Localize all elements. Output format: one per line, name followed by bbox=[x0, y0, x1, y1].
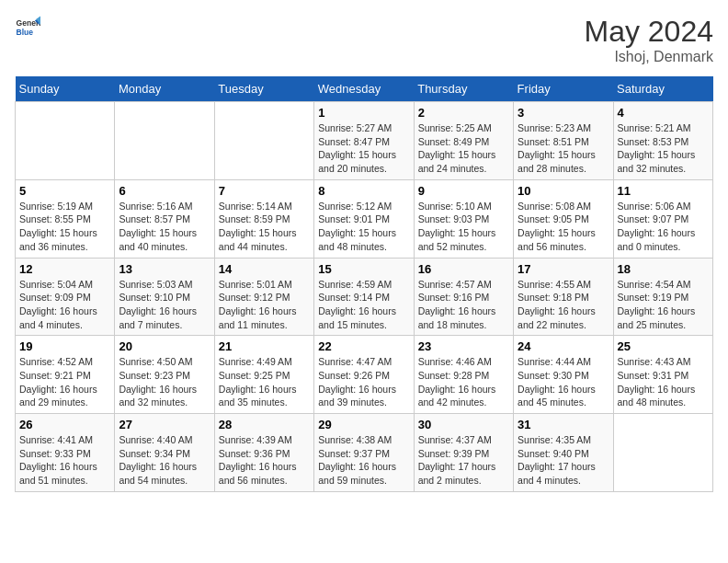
cell-content: Sunrise: 5:25 AM Sunset: 8:49 PM Dayligh… bbox=[418, 121, 509, 176]
cell-content: Sunrise: 4:57 AM Sunset: 9:16 PM Dayligh… bbox=[418, 278, 509, 332]
calendar-cell bbox=[115, 102, 214, 180]
calendar-cell: 28Sunrise: 4:39 AM Sunset: 9:36 PM Dayli… bbox=[214, 414, 313, 492]
calendar-cell bbox=[16, 102, 115, 180]
day-number: 14 bbox=[219, 262, 310, 276]
calendar-cell: 25Sunrise: 4:43 AM Sunset: 9:31 PM Dayli… bbox=[613, 336, 712, 414]
cell-content: Sunrise: 4:47 AM Sunset: 9:26 PM Dayligh… bbox=[318, 355, 409, 409]
cell-content: Sunrise: 5:23 AM Sunset: 8:51 PM Dayligh… bbox=[518, 121, 609, 176]
calendar-cell: 26Sunrise: 4:41 AM Sunset: 9:33 PM Dayli… bbox=[16, 414, 115, 492]
calendar-cell: 11Sunrise: 5:06 AM Sunset: 9:07 PM Dayli… bbox=[613, 179, 712, 258]
cell-content: Sunrise: 4:40 AM Sunset: 9:34 PM Dayligh… bbox=[119, 433, 210, 488]
location-subtitle: Ishoj, Denmark bbox=[584, 49, 713, 65]
header-saturday: Saturday bbox=[613, 76, 712, 102]
calendar-cell: 29Sunrise: 4:38 AM Sunset: 9:37 PM Dayli… bbox=[314, 414, 414, 492]
day-number: 16 bbox=[418, 262, 509, 276]
day-number: 21 bbox=[219, 339, 310, 353]
cell-content: Sunrise: 5:01 AM Sunset: 9:12 PM Dayligh… bbox=[219, 278, 310, 332]
calendar-cell: 14Sunrise: 5:01 AM Sunset: 9:12 PM Dayli… bbox=[214, 258, 313, 336]
day-number: 6 bbox=[119, 184, 210, 198]
calendar-cell: 12Sunrise: 5:04 AM Sunset: 9:09 PM Dayli… bbox=[16, 258, 115, 336]
week-row-5: 26Sunrise: 4:41 AM Sunset: 9:33 PM Dayli… bbox=[16, 414, 713, 492]
cell-content: Sunrise: 5:06 AM Sunset: 9:07 PM Dayligh… bbox=[618, 200, 709, 254]
header-sunday: Sunday bbox=[16, 76, 115, 102]
day-number: 8 bbox=[318, 184, 409, 198]
cell-content: Sunrise: 5:12 AM Sunset: 9:01 PM Dayligh… bbox=[318, 200, 409, 254]
cell-content: Sunrise: 4:55 AM Sunset: 9:18 PM Dayligh… bbox=[518, 278, 609, 332]
calendar-cell: 20Sunrise: 4:50 AM Sunset: 9:23 PM Dayli… bbox=[115, 336, 214, 414]
calendar-cell: 5Sunrise: 5:19 AM Sunset: 8:55 PM Daylig… bbox=[16, 179, 115, 258]
day-number: 12 bbox=[19, 262, 110, 276]
cell-content: Sunrise: 4:46 AM Sunset: 9:28 PM Dayligh… bbox=[418, 355, 509, 409]
calendar-cell: 1Sunrise: 5:27 AM Sunset: 8:47 PM Daylig… bbox=[314, 102, 414, 180]
calendar-cell: 13Sunrise: 5:03 AM Sunset: 9:10 PM Dayli… bbox=[115, 258, 214, 336]
week-row-2: 5Sunrise: 5:19 AM Sunset: 8:55 PM Daylig… bbox=[16, 179, 713, 258]
day-number: 4 bbox=[618, 106, 709, 120]
cell-content: Sunrise: 4:49 AM Sunset: 9:25 PM Dayligh… bbox=[219, 355, 310, 409]
generalblue-logo-icon: General Blue bbox=[15, 15, 40, 40]
calendar-table: SundayMondayTuesdayWednesdayThursdayFrid… bbox=[15, 76, 713, 492]
cell-content: Sunrise: 4:39 AM Sunset: 9:36 PM Dayligh… bbox=[219, 433, 310, 488]
week-row-4: 19Sunrise: 4:52 AM Sunset: 9:21 PM Dayli… bbox=[16, 336, 713, 414]
calendar-cell: 2Sunrise: 5:25 AM Sunset: 8:49 PM Daylig… bbox=[414, 102, 513, 180]
calendar-cell: 22Sunrise: 4:47 AM Sunset: 9:26 PM Dayli… bbox=[314, 336, 414, 414]
day-number: 30 bbox=[418, 418, 509, 431]
cell-content: Sunrise: 4:59 AM Sunset: 9:14 PM Dayligh… bbox=[318, 278, 409, 332]
calendar-header: SundayMondayTuesdayWednesdayThursdayFrid… bbox=[16, 76, 713, 102]
week-row-3: 12Sunrise: 5:04 AM Sunset: 9:09 PM Dayli… bbox=[16, 258, 713, 336]
header-tuesday: Tuesday bbox=[214, 76, 313, 102]
calendar-cell: 10Sunrise: 5:08 AM Sunset: 9:05 PM Dayli… bbox=[514, 179, 613, 258]
logo: General Blue bbox=[15, 15, 40, 40]
cell-content: Sunrise: 4:54 AM Sunset: 9:19 PM Dayligh… bbox=[618, 278, 709, 332]
day-number: 17 bbox=[518, 262, 609, 276]
day-number: 2 bbox=[418, 106, 509, 120]
cell-content: Sunrise: 4:38 AM Sunset: 9:37 PM Dayligh… bbox=[318, 433, 409, 488]
day-number: 19 bbox=[19, 339, 110, 353]
calendar-cell: 15Sunrise: 4:59 AM Sunset: 9:14 PM Dayli… bbox=[314, 258, 414, 336]
day-number: 11 bbox=[618, 184, 709, 198]
day-number: 27 bbox=[119, 418, 210, 431]
week-row-1: 1Sunrise: 5:27 AM Sunset: 8:47 PM Daylig… bbox=[16, 102, 713, 180]
cell-content: Sunrise: 4:37 AM Sunset: 9:39 PM Dayligh… bbox=[418, 433, 509, 488]
cell-content: Sunrise: 5:14 AM Sunset: 8:59 PM Dayligh… bbox=[219, 200, 310, 254]
cell-content: Sunrise: 4:41 AM Sunset: 9:33 PM Dayligh… bbox=[19, 433, 110, 488]
cell-content: Sunrise: 5:08 AM Sunset: 9:05 PM Dayligh… bbox=[518, 200, 609, 254]
day-number: 10 bbox=[518, 184, 609, 198]
calendar-cell: 8Sunrise: 5:12 AM Sunset: 9:01 PM Daylig… bbox=[314, 179, 414, 258]
calendar-cell: 19Sunrise: 4:52 AM Sunset: 9:21 PM Dayli… bbox=[16, 336, 115, 414]
calendar-cell: 23Sunrise: 4:46 AM Sunset: 9:28 PM Dayli… bbox=[414, 336, 513, 414]
day-number: 23 bbox=[418, 339, 509, 353]
day-number: 15 bbox=[318, 262, 409, 276]
top-section: General Blue May 2024 Ishoj, Denmark bbox=[15, 15, 713, 65]
day-number: 1 bbox=[318, 106, 409, 120]
header-thursday: Thursday bbox=[414, 76, 513, 102]
cell-content: Sunrise: 5:27 AM Sunset: 8:47 PM Dayligh… bbox=[318, 121, 409, 176]
cell-content: Sunrise: 5:21 AM Sunset: 8:53 PM Dayligh… bbox=[618, 121, 709, 176]
calendar-cell: 30Sunrise: 4:37 AM Sunset: 9:39 PM Dayli… bbox=[414, 414, 513, 492]
calendar-cell: 7Sunrise: 5:14 AM Sunset: 8:59 PM Daylig… bbox=[214, 179, 313, 258]
day-number: 25 bbox=[618, 339, 709, 353]
svg-text:Blue: Blue bbox=[17, 28, 34, 37]
calendar-cell bbox=[214, 102, 313, 180]
title-section: May 2024 Ishoj, Denmark bbox=[584, 15, 713, 65]
cell-content: Sunrise: 4:43 AM Sunset: 9:31 PM Dayligh… bbox=[618, 355, 709, 409]
cell-content: Sunrise: 5:03 AM Sunset: 9:10 PM Dayligh… bbox=[119, 278, 210, 332]
cell-content: Sunrise: 5:19 AM Sunset: 8:55 PM Dayligh… bbox=[19, 200, 110, 254]
cell-content: Sunrise: 5:16 AM Sunset: 8:57 PM Dayligh… bbox=[119, 200, 210, 254]
day-number: 31 bbox=[518, 418, 609, 431]
header-monday: Monday bbox=[115, 76, 214, 102]
calendar-cell: 16Sunrise: 4:57 AM Sunset: 9:16 PM Dayli… bbox=[414, 258, 513, 336]
cell-content: Sunrise: 4:50 AM Sunset: 9:23 PM Dayligh… bbox=[119, 355, 210, 409]
day-number: 3 bbox=[518, 106, 609, 120]
calendar-cell: 31Sunrise: 4:35 AM Sunset: 9:40 PM Dayli… bbox=[514, 414, 613, 492]
calendar-cell: 6Sunrise: 5:16 AM Sunset: 8:57 PM Daylig… bbox=[115, 179, 214, 258]
calendar-cell: 4Sunrise: 5:21 AM Sunset: 8:53 PM Daylig… bbox=[613, 102, 712, 180]
day-number: 9 bbox=[418, 184, 509, 198]
calendar-cell: 21Sunrise: 4:49 AM Sunset: 9:25 PM Dayli… bbox=[214, 336, 313, 414]
calendar-body: 1Sunrise: 5:27 AM Sunset: 8:47 PM Daylig… bbox=[16, 102, 713, 492]
cell-content: Sunrise: 5:10 AM Sunset: 9:03 PM Dayligh… bbox=[418, 200, 509, 254]
calendar-cell: 17Sunrise: 4:55 AM Sunset: 9:18 PM Dayli… bbox=[514, 258, 613, 336]
header-wednesday: Wednesday bbox=[314, 76, 414, 102]
calendar-cell: 18Sunrise: 4:54 AM Sunset: 9:19 PM Dayli… bbox=[613, 258, 712, 336]
calendar-cell: 9Sunrise: 5:10 AM Sunset: 9:03 PM Daylig… bbox=[414, 179, 513, 258]
cell-content: Sunrise: 5:04 AM Sunset: 9:09 PM Dayligh… bbox=[19, 278, 110, 332]
